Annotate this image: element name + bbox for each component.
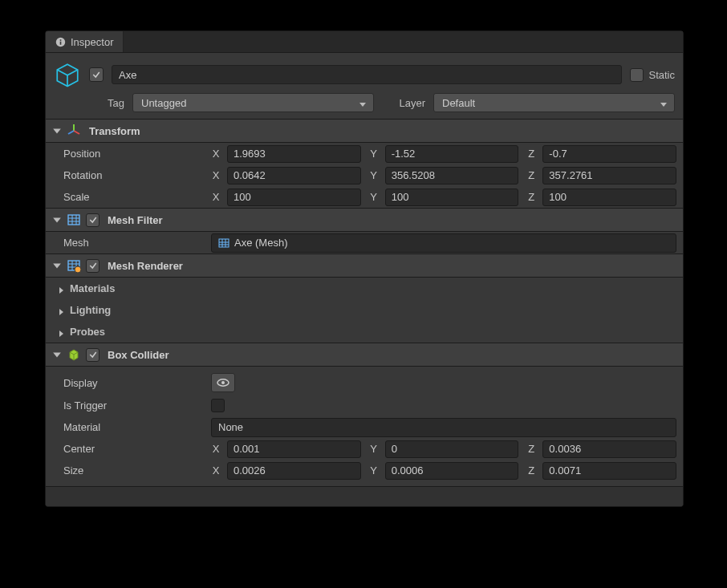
tab-bar: Inspector xyxy=(46,31,683,53)
mesh-icon xyxy=(218,237,229,249)
svg-rect-12 xyxy=(68,215,79,225)
lighting-foldout[interactable]: Lighting xyxy=(46,299,683,321)
gameobject-active-checkbox[interactable] xyxy=(89,67,104,82)
chevron-down-icon xyxy=(359,99,367,107)
scale-x-input[interactable]: 100 xyxy=(227,189,361,206)
axis-y-label[interactable]: Y xyxy=(364,443,382,455)
gameobject-name-input[interactable]: Axe xyxy=(112,65,622,84)
physic-material-field[interactable]: None xyxy=(211,418,676,437)
tag-dropdown[interactable]: Untagged xyxy=(132,93,374,112)
edit-collider-button[interactable] xyxy=(211,373,235,392)
tab-inspector[interactable]: Inspector xyxy=(46,31,124,52)
display-label: Display xyxy=(63,377,211,389)
rotation-y-input[interactable]: 356.5208 xyxy=(385,167,519,185)
center-label: Center xyxy=(63,443,211,455)
mesh-renderer-icon xyxy=(67,258,81,273)
transform-title: Transform xyxy=(86,125,140,137)
info-icon xyxy=(55,37,66,47)
gameobject-header: Axe Static xyxy=(46,53,683,93)
svg-marker-30 xyxy=(59,309,63,315)
svg-rect-17 xyxy=(219,239,229,247)
center-z-input[interactable]: 0.0036 xyxy=(542,440,676,458)
gameobject-cube-icon xyxy=(54,61,81,88)
svg-marker-32 xyxy=(53,353,61,358)
component-header-transform[interactable]: Transform xyxy=(46,119,683,143)
component-header-mesh-filter[interactable]: Mesh Filter xyxy=(46,208,683,232)
svg-rect-2 xyxy=(60,39,62,41)
foldout-open-icon xyxy=(52,350,62,359)
probes-label: Probes xyxy=(70,326,105,338)
chevron-down-icon xyxy=(660,99,668,107)
is-trigger-checkbox[interactable] xyxy=(211,399,225,412)
position-y-input[interactable]: -1.52 xyxy=(385,145,519,163)
materials-foldout[interactable]: Materials xyxy=(46,278,683,299)
foldout-closed-icon xyxy=(57,328,65,336)
scale-label: Scale xyxy=(63,191,211,203)
axis-z-label[interactable]: Z xyxy=(522,191,539,203)
size-z-input[interactable]: 0.0071 xyxy=(542,462,676,480)
svg-marker-5 xyxy=(359,103,366,107)
size-x-input[interactable]: 0.0026 xyxy=(227,462,361,480)
axis-z-label[interactable]: Z xyxy=(522,443,539,455)
axis-y-label[interactable]: Y xyxy=(364,464,382,476)
box-collider-enabled-checkbox[interactable] xyxy=(86,348,100,362)
axis-x-label[interactable]: X xyxy=(211,443,224,455)
mesh-renderer-title: Mesh Renderer xyxy=(104,260,183,272)
svg-line-10 xyxy=(68,131,74,134)
svg-marker-6 xyxy=(660,103,667,107)
axis-y-label[interactable]: Y xyxy=(364,148,382,160)
component-header-mesh-renderer[interactable]: Mesh Renderer xyxy=(46,253,683,278)
svg-marker-7 xyxy=(53,129,61,134)
axis-x-label[interactable]: X xyxy=(211,148,224,160)
box-collider-icon xyxy=(67,347,81,362)
material-label: Material xyxy=(63,421,211,433)
tag-dropdown-value: Untagged xyxy=(141,97,186,109)
axis-x-label[interactable]: X xyxy=(211,169,224,181)
display-row: Display xyxy=(46,371,683,395)
layer-label: Layer xyxy=(392,97,430,109)
transform-icon xyxy=(67,124,81,138)
axis-x-label[interactable]: X xyxy=(211,464,224,476)
physic-material-value: None xyxy=(218,421,243,433)
size-label: Size xyxy=(63,464,211,476)
svg-point-36 xyxy=(221,381,225,384)
tag-label: Tag xyxy=(102,97,129,109)
mesh-renderer-enabled-checkbox[interactable] xyxy=(86,259,100,273)
position-z-input[interactable]: -0.7 xyxy=(542,145,676,163)
component-header-box-collider[interactable]: Box Collider xyxy=(46,343,683,367)
axis-x-label[interactable]: X xyxy=(211,191,224,203)
rotation-z-input[interactable]: 357.2761 xyxy=(542,167,676,185)
static-checkbox[interactable] xyxy=(630,68,644,82)
foldout-open-icon xyxy=(52,261,62,270)
transform-body: Position X 1.9693 Y -1.52 Z -0.7 Rotatio… xyxy=(46,143,683,208)
mesh-filter-enabled-checkbox[interactable] xyxy=(86,213,100,227)
scale-z-input[interactable]: 100 xyxy=(542,189,676,206)
axis-y-label[interactable]: Y xyxy=(364,169,382,181)
center-row: Center X 0.001 Y 0 Z 0.0036 xyxy=(46,438,683,460)
foldout-closed-icon xyxy=(57,306,65,314)
mesh-filter-icon xyxy=(67,213,81,227)
axis-z-label[interactable]: Z xyxy=(522,148,539,160)
panel-footer xyxy=(46,486,683,506)
layer-dropdown[interactable]: Default xyxy=(433,93,675,112)
mesh-label: Mesh xyxy=(63,237,211,249)
probes-foldout[interactable]: Probes xyxy=(46,321,683,343)
lighting-label: Lighting xyxy=(70,304,111,316)
mesh-filter-title: Mesh Filter xyxy=(104,214,163,226)
position-label: Position xyxy=(63,148,211,160)
size-y-input[interactable]: 0.0006 xyxy=(385,462,519,480)
scale-y-input[interactable]: 100 xyxy=(385,189,519,206)
axis-z-label[interactable]: Z xyxy=(522,169,539,181)
svg-marker-31 xyxy=(59,330,63,337)
mesh-object-field[interactable]: Axe (Mesh) xyxy=(211,233,676,253)
foldout-open-icon xyxy=(52,126,62,136)
position-x-input[interactable]: 1.9693 xyxy=(227,145,361,163)
materials-label: Materials xyxy=(70,282,115,294)
rotation-x-input[interactable]: 0.0642 xyxy=(227,167,361,185)
center-y-input[interactable]: 0 xyxy=(385,440,519,458)
center-x-input[interactable]: 0.001 xyxy=(227,440,361,458)
svg-point-28 xyxy=(75,266,81,273)
axis-y-label[interactable]: Y xyxy=(364,191,382,203)
svg-line-9 xyxy=(74,131,79,134)
axis-z-label[interactable]: Z xyxy=(522,464,539,476)
